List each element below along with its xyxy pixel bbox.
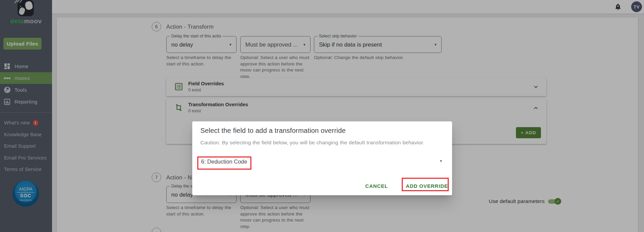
app-root: detamoov Upload Files Home moovs Tools R… [0, 0, 644, 232]
dialog-caution-text: Caution: By selecting the field below, y… [200, 140, 424, 146]
chevron-down-icon: ▼ [439, 159, 443, 163]
annotation-box-field-select [197, 156, 251, 170]
annotation-box-add-override [402, 178, 449, 191]
dialog-title: Select the field to add a transformation… [200, 127, 346, 135]
cancel-button[interactable]: CANCEL [365, 182, 388, 190]
modal-backdrop[interactable] [0, 0, 644, 232]
